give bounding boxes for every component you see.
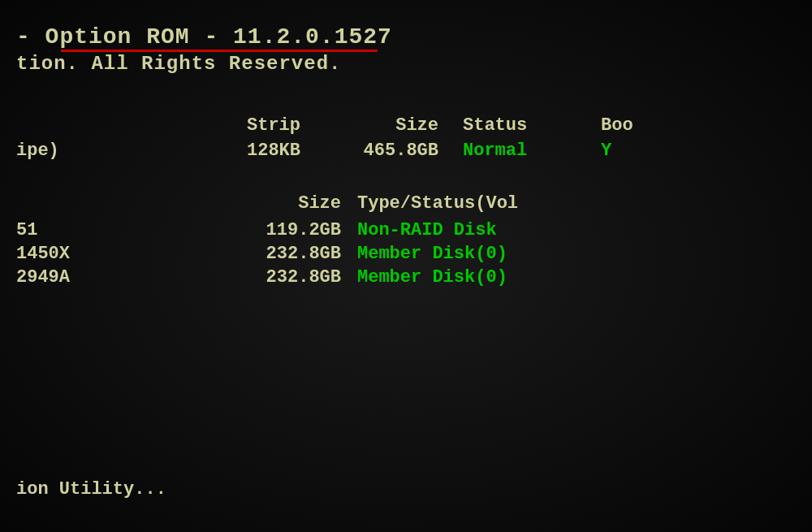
pd-id-0: 51 [16, 220, 195, 240]
pd-id-2: 2949A [16, 267, 195, 288]
pd-size-1: 232.8GB [195, 244, 357, 264]
red-underline [61, 50, 378, 52]
physical-disk-section: Size Type/Status(Vol 51 119.2GB Non-RAID… [16, 193, 796, 288]
vd-col-type-header [16, 115, 195, 136]
vd-size: 465.8GB [325, 141, 455, 161]
vd-col-boot-header: Boo [601, 115, 698, 136]
virtual-disk-row: ipe) 128KB 465.8GB Normal Y [16, 141, 796, 161]
pd-col-id-header [16, 193, 195, 214]
vd-col-strip-header: Strip [195, 115, 325, 136]
header-line1-text: - Option ROM - 11.2.0.1527 [16, 24, 392, 50]
footer-text: ion Utility... [16, 479, 166, 500]
virtual-disk-header-row: Strip Size Status Boo [16, 115, 796, 136]
pd-col-type-header: Type/Status(Vol [357, 193, 796, 214]
vd-col-status-header: Status [455, 115, 601, 136]
physical-disk-row-0: 51 119.2GB Non-RAID Disk [16, 220, 796, 240]
pd-type-1: Member Disk(0) [357, 244, 796, 264]
bios-screen: - Option ROM - 11.2.0.1527 tion. All Rig… [0, 0, 812, 532]
pd-col-size-header: Size [195, 193, 357, 214]
vd-strip: 128KB [195, 141, 325, 161]
vd-type: ipe) [16, 141, 195, 161]
vd-boot: Y [601, 141, 698, 161]
virtual-disk-section: Strip Size Status Boo ipe) 128KB 465.8GB… [16, 115, 796, 161]
vd-status: Normal [455, 141, 601, 161]
physical-disk-header-row: Size Type/Status(Vol [16, 193, 796, 214]
pd-size-0: 119.2GB [195, 220, 357, 240]
pd-type-2: Member Disk(0) [357, 267, 796, 288]
pd-size-2: 232.8GB [195, 267, 357, 288]
physical-disk-row-1: 1450X 232.8GB Member Disk(0) [16, 244, 796, 264]
vd-col-size-header: Size [325, 115, 455, 136]
pd-id-1: 1450X [16, 244, 195, 264]
header-line2: tion. All Rights Reserved. [16, 53, 796, 75]
pd-type-0: Non-RAID Disk [357, 220, 796, 240]
physical-disk-row-2: 2949A 232.8GB Member Disk(0) [16, 267, 796, 288]
header-line1: - Option ROM - 11.2.0.1527 [16, 24, 796, 50]
